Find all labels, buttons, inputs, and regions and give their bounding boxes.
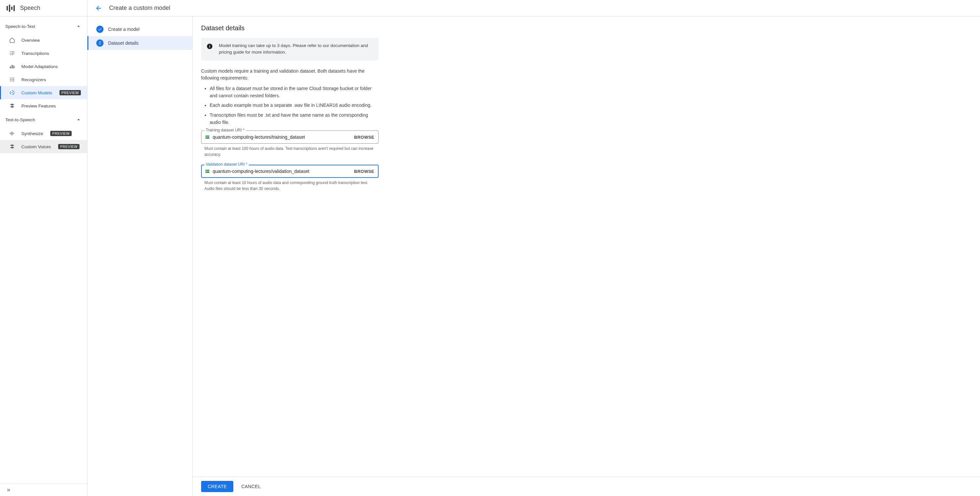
svg-rect-0: [10, 52, 11, 52]
nav-item-label: Recognizers: [21, 77, 46, 82]
sidebar-item-recognizers[interactable]: Recognizers: [0, 73, 87, 86]
validation-helper-text: Must contain at least 10 hours of audio …: [204, 180, 379, 192]
info-callout: Model training can take up to 3 days. Pl…: [201, 38, 379, 60]
sidebar-item-overview[interactable]: Overview: [0, 33, 87, 47]
step-label: Dataset details: [108, 40, 139, 46]
page-title: Create a custom model: [109, 5, 170, 11]
storage-icon: [205, 134, 210, 140]
nav-section-label: Speech-to-Text: [5, 24, 35, 29]
step-dataset-details[interactable]: 2 Dataset details: [88, 36, 192, 50]
info-icon: [206, 43, 213, 49]
home-icon: [9, 37, 16, 43]
svg-rect-31: [205, 172, 209, 173]
svg-rect-26: [205, 136, 209, 137]
requirement-item: Transcription files must be .txt and hav…: [210, 112, 379, 126]
svg-rect-25: [209, 45, 210, 45]
list-icon: [9, 76, 16, 83]
back-button[interactable]: [95, 4, 103, 12]
storage-icon: [205, 169, 210, 174]
preview-badge: PREVIEW: [50, 131, 72, 136]
sidebar: Speech Speech-to-Text Overview Tran: [0, 0, 88, 496]
sidebar-item-model-adaptations[interactable]: Model Adaptations: [0, 60, 87, 73]
nav-item-label: Overview: [21, 38, 40, 43]
stepper: Create a model 2 Dataset details: [88, 16, 192, 496]
svg-rect-11: [10, 79, 11, 80]
svg-rect-3: [11, 53, 14, 54]
field-label: Validation dataset URI *: [204, 162, 249, 167]
nav-item-label: Custom Voices: [21, 144, 51, 149]
training-helper-text: Must contain at least 100 hours of audio…: [204, 146, 379, 157]
nav-item-label: Model Adaptations: [21, 64, 58, 69]
svg-rect-21: [14, 133, 14, 134]
loop-icon: [9, 89, 16, 96]
svg-rect-19: [12, 132, 13, 135]
chevron-up-icon: [75, 116, 82, 123]
section-heading: Dataset details: [201, 24, 379, 32]
svg-rect-12: [12, 79, 14, 80]
validation-dataset-field: Validation dataset URI * BROWSE: [201, 165, 379, 178]
nav-item-label: Custom Models: [21, 91, 52, 95]
collapse-left-icon: [6, 487, 13, 493]
wave-icon: [9, 130, 16, 137]
browse-button[interactable]: BROWSE: [354, 168, 375, 175]
requirement-item: Each audio example must be a separate .w…: [210, 102, 379, 109]
stacks-icon: [9, 103, 16, 109]
browse-button[interactable]: BROWSE: [354, 134, 375, 141]
footer-bar: CREATE CANCEL: [192, 477, 980, 496]
step-number-badge: 2: [96, 40, 103, 47]
requirement-item: All files for a dataset must be stored i…: [210, 85, 379, 99]
step-create-model[interactable]: Create a model: [88, 22, 192, 36]
step-check-icon: [96, 25, 103, 33]
svg-rect-1: [11, 52, 14, 52]
svg-rect-24: [209, 46, 210, 48]
nav-section-speech-to-text[interactable]: Speech-to-Text: [0, 19, 87, 33]
svg-rect-9: [10, 78, 11, 79]
main-area: Create a custom model Create a model 2 D…: [88, 0, 980, 496]
requirements-list: All files for a dataset must be stored i…: [201, 85, 379, 126]
preview-badge: PREVIEW: [59, 90, 81, 95]
product-title: Speech: [20, 5, 40, 11]
intro-text: Custom models require a training and val…: [201, 68, 379, 82]
svg-rect-5: [11, 54, 13, 55]
svg-rect-6: [10, 67, 11, 68]
nav-section-text-to-speech[interactable]: Text-to-Speech: [0, 113, 87, 127]
svg-point-16: [12, 92, 13, 93]
preview-badge: PREVIEW: [58, 144, 80, 149]
sidebar-item-synthesize[interactable]: Synthesize PREVIEW: [0, 127, 87, 140]
svg-rect-18: [11, 132, 11, 135]
training-dataset-input[interactable]: [213, 134, 351, 140]
nav-item-label: Preview Features: [21, 103, 56, 108]
content-column: Dataset details Model training can take …: [192, 16, 980, 496]
stacks-icon: [9, 143, 16, 150]
sidebar-item-transcriptions[interactable]: Transcriptions: [0, 47, 87, 60]
sidebar-item-preview-features[interactable]: Preview Features: [0, 99, 87, 113]
validation-dataset-input[interactable]: [213, 169, 351, 174]
training-dataset-field: Training dataset URI * BROWSE: [201, 130, 379, 144]
svg-rect-17: [10, 133, 11, 134]
svg-rect-20: [13, 132, 13, 134]
bars-icon: [9, 63, 16, 70]
svg-rect-8: [13, 66, 14, 68]
sidebar-item-custom-voices[interactable]: Custom Voices PREVIEW: [0, 140, 87, 153]
svg-rect-7: [12, 65, 13, 69]
sidebar-collapse-button[interactable]: [0, 483, 87, 496]
svg-rect-14: [12, 81, 14, 81]
sidebar-nav: Speech-to-Text Overview Transcriptions: [0, 16, 87, 483]
create-button[interactable]: CREATE: [201, 481, 233, 492]
svg-rect-2: [10, 53, 11, 54]
sidebar-item-custom-models[interactable]: Custom Models PREVIEW: [0, 86, 87, 99]
step-label: Create a model: [108, 27, 140, 32]
nav-item-label: Synthesize: [21, 131, 43, 136]
nav-item-label: Transcriptions: [21, 51, 49, 56]
svg-rect-22: [8, 488, 8, 491]
svg-rect-30: [205, 170, 209, 171]
chevron-up-icon: [75, 23, 82, 30]
svg-rect-13: [10, 81, 11, 81]
callout-text: Model training can take up to 3 days. Pl…: [219, 42, 373, 56]
cancel-button[interactable]: CANCEL: [240, 481, 262, 492]
svg-rect-4: [10, 54, 11, 55]
svg-rect-10: [12, 78, 14, 79]
field-label: Training dataset URI *: [204, 128, 246, 132]
speech-logo-icon: [6, 5, 15, 12]
svg-rect-27: [205, 137, 209, 139]
